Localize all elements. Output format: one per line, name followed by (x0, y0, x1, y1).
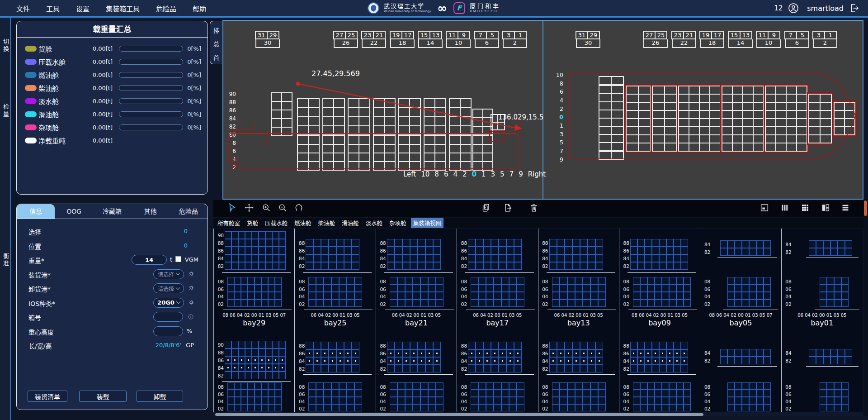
top-bay-grid[interactable] (679, 86, 720, 151)
filter-tab-2[interactable]: 货舱 (245, 218, 260, 228)
menu-item-6[interactable]: 帮助 (193, 4, 206, 13)
top-bay-grid[interactable] (599, 152, 623, 160)
bay-cell-grid[interactable] (468, 239, 522, 270)
field-input[interactable] (153, 312, 183, 322)
zoom-in-icon[interactable] (261, 203, 272, 214)
copy-icon[interactable] (481, 203, 492, 214)
rail-tab-criteria[interactable]: 衡准 (0, 253, 10, 267)
side-stack-small[interactable] (491, 115, 505, 130)
side-stack[interactable] (449, 99, 471, 135)
top-bay-grid[interactable] (765, 86, 807, 151)
load-button[interactable]: 装载 (79, 391, 127, 402)
tab-危险品[interactable]: 危险品 (170, 204, 208, 219)
horizontal-scrollbar-thumb[interactable] (215, 413, 703, 416)
filter-tab-8[interactable]: 杂项舱 (387, 218, 409, 228)
bay-cell-grid[interactable] (225, 341, 286, 379)
bay-cell-grid[interactable] (809, 349, 852, 364)
info-icon[interactable] (188, 313, 194, 322)
menu-item-4[interactable]: 集装箱工具 (106, 4, 140, 13)
gear-icon[interactable] (188, 284, 195, 293)
side-stack-hold[interactable] (373, 136, 395, 170)
field-input[interactable] (153, 326, 183, 336)
logout-icon[interactable] (849, 3, 860, 14)
menu-item-2[interactable]: 工具 (46, 4, 60, 13)
bay-cell-grid[interactable] (630, 239, 688, 270)
bay-cell-grid[interactable] (387, 239, 441, 270)
side-stack-hold[interactable] (424, 136, 446, 170)
view-split-icon[interactable] (821, 203, 831, 214)
user-icon[interactable] (788, 3, 799, 14)
side-stack-hold[interactable] (399, 136, 420, 170)
bay-cell-grid[interactable] (390, 277, 443, 307)
horizontal-scrollbar[interactable] (213, 412, 863, 416)
filter-tab-3[interactable]: 压载水舱 (263, 218, 290, 228)
vertical-scrollbar-thumb[interactable] (864, 200, 867, 216)
bay-cell-grid[interactable] (820, 277, 849, 307)
view-single-icon[interactable] (760, 203, 770, 214)
bay-cell-grid[interactable] (633, 277, 691, 307)
side-stack[interactable] (323, 99, 344, 135)
filter-tab-7[interactable]: 淡水舱 (363, 218, 385, 228)
menu-item-3[interactable]: 设置 (76, 4, 90, 13)
vgm-checkbox[interactable] (175, 256, 181, 262)
bay-cell-grid[interactable] (471, 277, 524, 307)
delete-icon[interactable] (529, 203, 540, 214)
side-stack-hold[interactable] (297, 136, 319, 170)
load-list-button[interactable]: 装货清单 (28, 391, 67, 402)
bay-cell-grid[interactable] (387, 342, 441, 372)
top-bay-grid[interactable] (626, 86, 651, 151)
bay-cell-grid[interactable] (471, 382, 524, 411)
side-stack-hold[interactable] (449, 136, 471, 170)
field-select[interactable]: 请选择 (153, 283, 184, 293)
tab-info[interactable]: 信息 (17, 204, 55, 219)
rail-tab-check[interactable]: 检量 (0, 104, 10, 118)
side-stack-hold[interactable] (323, 136, 344, 170)
export-icon[interactable] (503, 203, 514, 214)
bay-cell-grid[interactable] (468, 342, 522, 372)
field-select[interactable]: 20G0 (153, 298, 184, 308)
filter-tab-4[interactable]: 燃油舱 (292, 218, 314, 228)
tab-冷藏箱[interactable]: 冷藏箱 (93, 204, 131, 219)
bay-cell-grid[interactable] (809, 240, 852, 256)
side-stack[interactable] (271, 93, 292, 136)
unload-button[interactable]: 卸载 (137, 391, 183, 402)
cursor-icon[interactable] (227, 203, 238, 214)
menu-item-1[interactable]: 文件 (16, 4, 30, 13)
top-bay-grid[interactable] (599, 76, 623, 85)
bay-cell-grid[interactable] (308, 277, 362, 307)
bay-cell-grid[interactable] (306, 342, 359, 372)
view-rows-icon[interactable] (840, 203, 851, 214)
side-stack[interactable] (297, 99, 319, 135)
bay-cell-grid[interactable] (727, 277, 771, 307)
bay-cell-grid[interactable] (227, 277, 282, 307)
move-icon[interactable] (244, 203, 255, 214)
bay-cell-grid[interactable] (820, 382, 849, 411)
bay-cell-grid[interactable] (633, 382, 691, 411)
zoom-out-icon[interactable] (278, 203, 288, 214)
field-input[interactable] (132, 255, 167, 265)
bay-cell-grid[interactable] (552, 277, 606, 307)
bay-cell-grid[interactable] (227, 382, 282, 411)
side-stack[interactable] (424, 99, 446, 135)
bay-cell-grid[interactable] (225, 231, 286, 270)
bay-cell-grid[interactable] (720, 349, 771, 364)
bay-cell-grid[interactable] (306, 239, 359, 270)
view-grid-icon[interactable] (800, 203, 811, 214)
top-bay-grid[interactable] (652, 86, 677, 151)
filter-tab-9[interactable]: 集装箱视图 (411, 218, 444, 228)
filter-tab-6[interactable]: 滑油舱 (340, 218, 361, 228)
bay-cell-grid[interactable] (720, 240, 771, 256)
tab-oog[interactable]: OOG (55, 204, 93, 219)
side-stack[interactable] (373, 99, 395, 135)
bay-cell-grid[interactable] (727, 382, 771, 411)
side-stack-hold[interactable] (348, 136, 370, 170)
vertical-scrollbar[interactable] (863, 199, 868, 416)
bay-cell-grid[interactable] (552, 382, 606, 411)
bay-cell-grid[interactable] (390, 382, 443, 411)
rotate-icon[interactable] (294, 203, 305, 214)
top-bay-grid[interactable] (809, 94, 831, 143)
bay-cell-grid[interactable] (308, 382, 362, 411)
field-select[interactable]: 请选择 (153, 269, 184, 279)
tab-其他[interactable]: 其他 (131, 204, 169, 219)
side-stack[interactable] (399, 99, 420, 135)
